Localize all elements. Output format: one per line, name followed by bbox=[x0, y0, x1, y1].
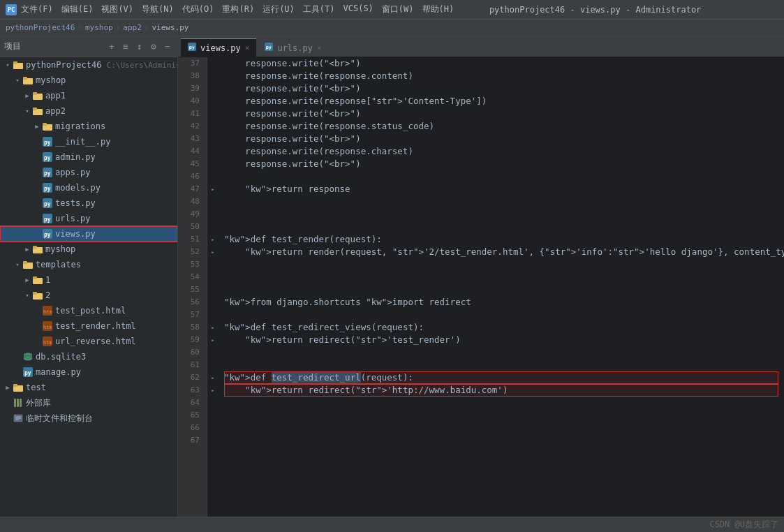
tree-item-myshop2[interactable]: ▶myshop bbox=[0, 242, 177, 257]
menu-item[interactable]: 重构(R) bbox=[222, 3, 254, 15]
tree-arrow bbox=[32, 337, 42, 346]
tab-label: views.py bbox=[200, 43, 241, 53]
tree-item-migrations[interactable]: ▶migrations bbox=[0, 119, 177, 134]
line-number: 51 bbox=[178, 233, 204, 246]
menu-item[interactable]: 导航(N) bbox=[142, 3, 174, 15]
svg-text:py: py bbox=[24, 370, 31, 376]
tree-label: test_post.html bbox=[55, 306, 126, 316]
menu-item[interactable]: 窗口(W) bbox=[382, 3, 414, 15]
tree-item-test_post[interactable]: htmltest_post.html bbox=[0, 303, 177, 318]
gutter-icon: ▸ bbox=[207, 246, 219, 258]
tab-file-icon: py bbox=[188, 43, 196, 53]
code-content[interactable]: response.write("<br>") response.write(re… bbox=[219, 57, 784, 517]
menu-item[interactable]: 帮助(H) bbox=[422, 3, 454, 15]
menu-bar[interactable]: 文件(F)编辑(E)视图(V)导航(N)代码(O)重构(R)运行(U)工具(T)… bbox=[21, 3, 454, 15]
gutter-icon bbox=[207, 158, 219, 170]
pc-icon: PC bbox=[6, 4, 17, 15]
sidebar-tree[interactable]: ▾pythonProject46 C:\Users\Adminis▾myshop… bbox=[0, 57, 177, 517]
tree-label: 2 bbox=[45, 290, 50, 300]
tree-item-templates[interactable]: ▾templates bbox=[0, 257, 177, 272]
gutter-icon bbox=[207, 359, 219, 371]
tree-item-url_reverse[interactable]: htmlurl_reverse.html bbox=[0, 334, 177, 349]
tree-item-scratch[interactable]: 临时文件和控制台 bbox=[0, 411, 177, 426]
menu-item[interactable]: 代码(O) bbox=[182, 3, 214, 15]
tree-label: migrations bbox=[55, 121, 105, 131]
tree-label: apps.py bbox=[55, 168, 91, 177]
tree-arrow bbox=[32, 214, 42, 223]
tree-arrow bbox=[32, 306, 42, 316]
tab-urls_py_tab[interactable]: pyurls.py× bbox=[258, 38, 328, 57]
breadcrumb-item[interactable]: myshop bbox=[85, 23, 113, 32]
tab-close-button[interactable]: × bbox=[317, 43, 322, 52]
menu-item[interactable]: 编辑(E) bbox=[61, 3, 94, 15]
tree-item-db_sqlite[interactable]: db.sqlite3 bbox=[0, 349, 177, 364]
tab-views_py_tab[interactable]: pyviews.py× bbox=[181, 38, 256, 57]
line-number: 54 bbox=[178, 271, 204, 283]
tree-label: app1 bbox=[45, 91, 66, 101]
tree-item-test_render[interactable]: htmltest_render.html bbox=[0, 318, 177, 334]
tree-item-folder1[interactable]: ▶1 bbox=[0, 272, 177, 288]
tree-item-views_py[interactable]: pyviews.py bbox=[0, 226, 177, 242]
sidebar-toolbar-icon[interactable]: ↕ bbox=[134, 41, 145, 52]
line-number: 53 bbox=[178, 258, 204, 271]
menu-item[interactable]: 视图(V) bbox=[101, 3, 133, 15]
line-number: 39 bbox=[178, 82, 204, 95]
line-numbers: 3738394041424344454647484950515253545556… bbox=[178, 57, 207, 517]
tree-item-external_libs[interactable]: 外部库 bbox=[0, 395, 177, 411]
tree-file-icon: html bbox=[42, 320, 53, 332]
menu-item[interactable]: 工具(T) bbox=[303, 3, 335, 15]
tree-item-folder2[interactable]: ▾2 bbox=[0, 288, 177, 303]
tree-arrow: ▾ bbox=[22, 106, 32, 116]
svg-text:py: py bbox=[44, 170, 51, 177]
tree-item-apps_py[interactable]: pyapps.py bbox=[0, 165, 177, 180]
tree-item-models_py[interactable]: pymodels.py bbox=[0, 180, 177, 195]
tab-close-button[interactable]: × bbox=[245, 43, 250, 52]
tree-arrow bbox=[13, 367, 22, 377]
tree-file-icon bbox=[13, 59, 24, 71]
sidebar-toolbar-icon[interactable]: + bbox=[106, 41, 117, 52]
svg-rect-44 bbox=[13, 384, 17, 387]
code-line bbox=[224, 271, 778, 283]
gutter-icon: ▸ bbox=[207, 233, 219, 246]
code-line: "kw">def test_render(request): bbox=[224, 233, 778, 246]
tab-file-icon: py bbox=[265, 43, 273, 53]
tree-arrow: ▾ bbox=[3, 60, 13, 70]
breadcrumb-item[interactable]: app2 bbox=[123, 23, 142, 32]
code-line bbox=[224, 221, 778, 233]
tree-item-app2[interactable]: ▾app2 bbox=[0, 103, 177, 119]
svg-rect-29 bbox=[33, 276, 37, 279]
breadcrumb-item[interactable]: pythonProject46 bbox=[6, 23, 75, 32]
code-line bbox=[224, 409, 778, 422]
code-line bbox=[224, 170, 778, 183]
tree-arrow: ▾ bbox=[22, 290, 32, 300]
tab-bar[interactable]: pyviews.py×pyurls.py× bbox=[178, 36, 784, 57]
gutter-icon bbox=[207, 283, 219, 296]
tree-file-icon: py bbox=[42, 198, 53, 209]
sidebar-toolbar-icon[interactable]: ⚙ bbox=[148, 41, 159, 52]
sidebar-toolbar-icon[interactable]: − bbox=[162, 41, 173, 52]
menu-item[interactable]: VCS(S) bbox=[343, 3, 373, 15]
tree-item-admin_py[interactable]: pyadmin.py bbox=[0, 149, 177, 165]
menu-item[interactable]: 文件(F) bbox=[21, 3, 53, 15]
tree-item-app1[interactable]: ▶app1 bbox=[0, 88, 177, 103]
tree-item-myshop[interactable]: ▾myshop bbox=[0, 73, 177, 88]
line-number: 41 bbox=[178, 108, 204, 120]
menu-item[interactable]: 运行(U) bbox=[262, 3, 295, 15]
code-line: response.write("<br>") bbox=[224, 108, 778, 120]
gutter-icon bbox=[207, 258, 219, 271]
tree-item-root[interactable]: ▾pythonProject46 C:\Users\Adminis bbox=[0, 57, 177, 73]
line-number: 45 bbox=[178, 158, 204, 170]
tree-file-icon bbox=[32, 90, 43, 101]
tree-file-icon bbox=[13, 382, 24, 393]
sidebar-toolbar-icon[interactable]: ≡ bbox=[120, 41, 131, 52]
tree-item-tests_py[interactable]: pytests.py bbox=[0, 195, 177, 211]
tree-arrow: ▾ bbox=[13, 75, 22, 85]
tree-item-init_py[interactable]: py__init__.py bbox=[0, 134, 177, 149]
tree-item-test_folder[interactable]: ▶test bbox=[0, 380, 177, 395]
tree-item-manage_py[interactable]: pymanage.py bbox=[0, 364, 177, 380]
tree-arrow: ▶ bbox=[22, 275, 32, 285]
svg-text:py: py bbox=[44, 140, 51, 146]
tree-item-urls_py[interactable]: pyurls.py bbox=[0, 211, 177, 226]
code-line: "kw">return response bbox=[224, 183, 778, 195]
svg-rect-46 bbox=[17, 399, 19, 407]
